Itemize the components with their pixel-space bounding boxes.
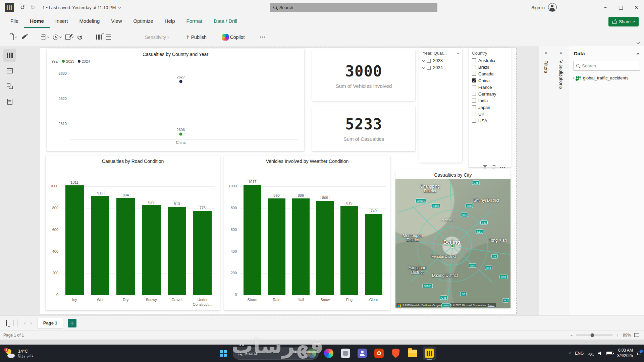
table-view-button[interactable] [3, 64, 16, 77]
menu-tab[interactable]: Optimize [128, 15, 159, 28]
checkbox[interactable] [472, 112, 476, 116]
bar-chart-road-condition[interactable]: Casualties by Road Condition 02004006008… [46, 156, 220, 310]
next-page-button[interactable] [28, 320, 34, 326]
more-options-button[interactable] [259, 35, 262, 39]
slicer-item[interactable]: Brazil [469, 64, 512, 70]
menu-tab[interactable]: View [105, 15, 127, 28]
paste-button[interactable] [7, 33, 18, 42]
new-visual-button[interactable] [95, 33, 103, 41]
bar-storm[interactable] [244, 185, 261, 295]
data-point-2024[interactable] [179, 80, 182, 83]
slicer-item[interactable]: 2023 [419, 57, 462, 64]
bar-hail[interactable] [292, 198, 310, 295]
start-button[interactable] [217, 347, 229, 359]
checkbox[interactable] [427, 59, 431, 63]
new-page-button[interactable] [68, 319, 76, 327]
brave-icon[interactable] [389, 347, 402, 360]
slicer-country[interactable]: Country Australia Brazil Canada [469, 48, 512, 167]
more-options-icon[interactable] [500, 167, 501, 168]
model-view-button[interactable] [3, 80, 16, 93]
checkbox[interactable] [472, 58, 476, 62]
fit-to-page-button[interactable] [634, 333, 639, 337]
collapse-pane-icon[interactable] [636, 50, 639, 57]
volume-icon[interactable] [598, 351, 602, 355]
map-terms-link[interactable]: Terms [488, 304, 494, 307]
undo-button[interactable] [17, 3, 28, 12]
expand-pane-icon[interactable] [539, 50, 553, 56]
map-area[interactable]: © 2025 NavInfo, Earthstar Geographics SI… [395, 179, 511, 308]
slicer-item[interactable]: Japan [469, 104, 512, 111]
slicer-header[interactable]: Year, Quar... [419, 48, 462, 57]
slicer-item[interactable]: UK [469, 111, 512, 117]
minimize-button[interactable] [598, 0, 613, 15]
expand-chevron-icon[interactable] [422, 59, 425, 62]
slicer-year[interactable]: Year, Quar... 2023 2024 [419, 48, 462, 163]
slicer-item[interactable]: France [469, 84, 512, 90]
mobile-layout-button[interactable] [13, 320, 13, 326]
bar-gravel[interactable] [168, 207, 186, 295]
refresh-button[interactable] [76, 34, 84, 41]
checkbox[interactable] [472, 119, 476, 123]
maximize-button[interactable] [613, 0, 629, 15]
menu-tab[interactable]: Help [159, 15, 181, 28]
window-icon[interactable] [339, 347, 352, 360]
slicer-header[interactable]: Country [469, 48, 512, 57]
expand-pane-icon[interactable] [553, 50, 569, 56]
checkbox[interactable] [472, 99, 476, 103]
zoom-in-button[interactable] [616, 333, 620, 338]
slicer-item[interactable]: 2024 [419, 64, 462, 71]
menu-tab[interactable]: File [5, 15, 24, 28]
checkbox[interactable] [472, 78, 476, 82]
account-avatar-icon[interactable] [548, 3, 557, 12]
report-page[interactable]: Casualties by Country and Year Year 2023… [40, 48, 517, 314]
bar-dry[interactable] [116, 198, 135, 295]
format-painter-button[interactable] [19, 33, 29, 41]
collapse-ribbon-button[interactable] [637, 39, 639, 45]
bar-fog[interactable] [340, 206, 358, 295]
slicer-item[interactable]: Australia [469, 57, 512, 64]
get-data-button[interactable] [40, 33, 50, 41]
previous-page-button[interactable] [22, 320, 28, 326]
hidden-icons-chevron[interactable] [569, 352, 571, 354]
file-explorer-icon[interactable] [406, 347, 419, 360]
bar-icy[interactable] [65, 185, 84, 295]
office-icon[interactable] [372, 347, 386, 360]
page-tab[interactable]: Page 1 [38, 318, 63, 328]
card-sum-casualties[interactable]: 5233 Sum of Casualties [312, 106, 415, 151]
desktop-layout-button[interactable] [6, 320, 7, 326]
titlebar-search[interactable] [270, 3, 437, 12]
publish-button[interactable]: Publish [184, 33, 208, 41]
slicer-item[interactable]: India [469, 97, 512, 104]
slicer-item[interactable]: China [469, 77, 512, 84]
checkbox[interactable] [472, 72, 476, 76]
notifications-bell-icon[interactable] [637, 351, 641, 356]
expand-chevron-icon[interactable] [422, 66, 425, 69]
taskbar-search[interactable] [233, 347, 319, 360]
checkbox[interactable] [427, 66, 431, 70]
data-point-2023[interactable] [179, 133, 182, 136]
map-casualties-by-city[interactable]: Casualties by City © 20 [395, 169, 511, 308]
language-indicator[interactable]: ENG [575, 351, 584, 356]
clock[interactable]: 6:03 AM 3/4/2025 [617, 348, 633, 358]
powerbi-app-icon[interactable] [5, 3, 14, 12]
close-button[interactable] [629, 0, 644, 15]
bar-clear[interactable] [365, 214, 382, 295]
card-sum-vehicles[interactable]: 3000 Sum of Vehicles Involved [312, 50, 415, 101]
menu-tab[interactable]: Home [24, 15, 50, 28]
zoom-slider[interactable] [576, 335, 613, 336]
text-box-button[interactable] [104, 33, 112, 41]
sign-in-area[interactable]: Sign in [531, 0, 557, 15]
people-icon[interactable] [322, 347, 335, 360]
taskbar-search-input[interactable] [245, 351, 304, 356]
checkbox[interactable] [472, 85, 476, 89]
data-search-box[interactable] [573, 61, 640, 71]
bar-rain[interactable] [268, 198, 285, 295]
scatter-chart-casualties-by-country-year[interactable]: Casualties by Country and Year Year 2023… [47, 49, 304, 151]
filter-icon[interactable] [483, 165, 487, 169]
powerbi-icon[interactable] [423, 347, 436, 360]
menu-tab[interactable]: Format [181, 15, 208, 28]
copilot-button[interactable]: Copilot [221, 33, 246, 42]
sensitivity-button[interactable]: Sensitivity [144, 33, 170, 41]
filters-pane-collapsed[interactable]: Filters [539, 46, 553, 315]
recent-sources-button[interactable] [52, 33, 63, 41]
